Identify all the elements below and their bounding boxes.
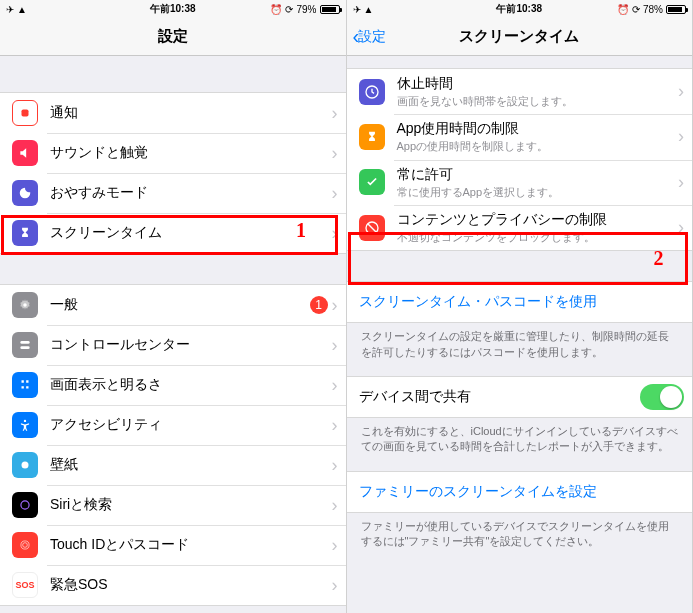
row-label: おやすみモード: [50, 184, 328, 202]
chevron-right-icon: ›: [332, 335, 338, 356]
row-label: スクリーンタイム: [50, 224, 328, 242]
chevron-right-icon: ›: [678, 126, 684, 147]
check-icon: [359, 169, 385, 195]
chevron-right-icon: ›: [332, 183, 338, 204]
status-bar: ✈︎▲ 午前10:38 ⏰⟳78%: [347, 0, 693, 18]
chevron-right-icon: ›: [332, 223, 338, 244]
row-label: サウンドと触覚: [50, 144, 328, 162]
siri-icon: [12, 492, 38, 518]
row-family-link[interactable]: ファミリーのスクリーンタイムを設定: [347, 472, 693, 512]
row-label: Siriと検索: [50, 496, 328, 514]
moon-icon: [12, 180, 38, 206]
wallpaper-icon: [12, 452, 38, 478]
row-sub: 画面を見ない時間帯を設定します。: [397, 94, 675, 108]
row-label: コントロールセンター: [50, 336, 328, 354]
accessibility-icon: [12, 412, 38, 438]
row-share-devices[interactable]: デバイス間で共有: [347, 377, 693, 417]
row-label: 休止時間: [397, 75, 675, 93]
group-family: ファミリーのスクリーンタイムを設定: [347, 471, 693, 513]
row-control-center[interactable]: コントロールセンター ›: [0, 325, 346, 365]
row-general[interactable]: 一般 1 ›: [0, 285, 346, 325]
chevron-right-icon: ›: [332, 375, 338, 396]
svg-point-5: [22, 462, 29, 469]
row-label: 一般: [50, 296, 310, 314]
chevron-right-icon: ›: [332, 455, 338, 476]
row-label: 通知: [50, 104, 328, 122]
svg-rect-0: [22, 110, 29, 117]
row-label: 常に許可: [397, 166, 675, 184]
row-dnd[interactable]: おやすみモード ›: [0, 173, 346, 213]
wifi-icon: ▲: [364, 4, 374, 15]
hourglass-icon: [12, 220, 38, 246]
app-limits-icon: [359, 124, 385, 150]
row-screentime[interactable]: スクリーンタイム ›: [0, 213, 346, 253]
sos-icon: SOS: [12, 572, 38, 598]
row-always-allowed[interactable]: 常に許可常に使用するAppを選択します。 ›: [347, 160, 693, 205]
row-notifications[interactable]: 通知 ›: [0, 93, 346, 133]
sounds-icon: [12, 140, 38, 166]
footer-passcode: スクリーンタイムの設定を厳重に管理したり、制限時間の延長を許可したりするにはパス…: [347, 323, 693, 370]
row-label: スクリーンタイム・パスコードを使用: [359, 293, 685, 311]
chevron-right-icon: ›: [332, 103, 338, 124]
chevron-right-icon: ›: [332, 535, 338, 556]
chevron-right-icon: ›: [332, 495, 338, 516]
screentime-screen: ✈︎▲ 午前10:38 ⏰⟳78% ‹設定 スクリーンタイム 休止時間画面を見な…: [347, 0, 694, 613]
row-accessibility[interactable]: アクセシビリティ ›: [0, 405, 346, 445]
airplane-icon: ✈︎: [6, 4, 14, 15]
airplane-icon: ✈︎: [353, 4, 361, 15]
footer-share: これを有効にすると、iCloudにサインインしているデバイスすべての画面を見てい…: [347, 418, 693, 465]
svg-rect-2: [20, 341, 29, 344]
row-siri[interactable]: Siriと検索 ›: [0, 485, 346, 525]
chevron-right-icon: ›: [678, 217, 684, 238]
chevron-right-icon: ›: [332, 575, 338, 596]
svg-point-7: [21, 541, 29, 549]
row-sounds[interactable]: サウンドと触覚 ›: [0, 133, 346, 173]
switches-icon: [12, 332, 38, 358]
row-touchid[interactable]: Touch IDとパスコード ›: [0, 525, 346, 565]
row-app-limits[interactable]: App使用時間の制限Appの使用時間を制限します。 ›: [347, 114, 693, 159]
row-label: コンテンツとプライバシーの制限: [397, 211, 675, 229]
notifications-icon: [12, 100, 38, 126]
display-icon: [12, 372, 38, 398]
badge: 1: [310, 296, 328, 314]
page-title: 設定: [158, 27, 188, 46]
back-button[interactable]: ‹設定: [353, 25, 387, 48]
settings-list[interactable]: 通知 › サウンドと触覚 › おやすみモード › スクリーンタイム ›: [0, 56, 346, 613]
group-passcode: スクリーンタイム・パスコードを使用: [347, 281, 693, 323]
group-share: デバイス間で共有: [347, 376, 693, 418]
row-display[interactable]: 画面表示と明るさ ›: [0, 365, 346, 405]
rotation-lock-icon: ⟳: [285, 4, 293, 15]
row-label: 壁紙: [50, 456, 328, 474]
status-bar: ✈︎▲ 午前10:38 ⏰⟳79%: [0, 0, 346, 18]
touchid-icon: [12, 532, 38, 558]
row-content-privacy[interactable]: コンテンツとプライバシーの制限不適切なコンテンツをブロックします。 ›: [347, 205, 693, 250]
footer-family: ファミリーが使用しているデバイスでスクリーンタイムを使用するには"ファミリー共有…: [347, 513, 693, 560]
svg-rect-3: [20, 346, 29, 349]
wifi-icon: ▲: [17, 4, 27, 15]
settings-screen: ✈︎▲ 午前10:38 ⏰⟳79% 設定 通知 › サウンドと触覚 › おやすみ…: [0, 0, 347, 613]
navbar: ‹設定 スクリーンタイム: [347, 18, 693, 56]
battery-icon: [320, 5, 340, 14]
screentime-list[interactable]: 休止時間画面を見ない時間帯を設定します。 › App使用時間の制限Appの使用時…: [347, 56, 693, 613]
no-entry-icon: [359, 215, 385, 241]
page-title: スクリーンタイム: [459, 27, 579, 46]
chevron-right-icon: ›: [332, 143, 338, 164]
row-label: アクセシビリティ: [50, 416, 328, 434]
share-toggle[interactable]: [640, 384, 684, 410]
row-passcode-link[interactable]: スクリーンタイム・パスコードを使用: [347, 282, 693, 322]
navbar: 設定: [0, 18, 346, 56]
gear-icon: [12, 292, 38, 318]
group-1: 通知 › サウンドと触覚 › おやすみモード › スクリーンタイム ›: [0, 92, 346, 254]
row-wallpaper[interactable]: 壁紙 ›: [0, 445, 346, 485]
row-sos[interactable]: SOS 緊急SOS ›: [0, 565, 346, 605]
group-2: 一般 1 › コントロールセンター › 画面表示と明るさ › アクセシビリティ …: [0, 284, 346, 606]
chevron-right-icon: ›: [678, 172, 684, 193]
alarm-icon: ⏰: [270, 4, 282, 15]
row-downtime[interactable]: 休止時間画面を見ない時間帯を設定します。 ›: [347, 69, 693, 114]
chevron-right-icon: ›: [678, 81, 684, 102]
battery-icon: [666, 5, 686, 14]
downtime-icon: [359, 79, 385, 105]
row-label: 画面表示と明るさ: [50, 376, 328, 394]
status-time: 午前10:38: [150, 2, 196, 16]
status-time: 午前10:38: [496, 2, 542, 16]
